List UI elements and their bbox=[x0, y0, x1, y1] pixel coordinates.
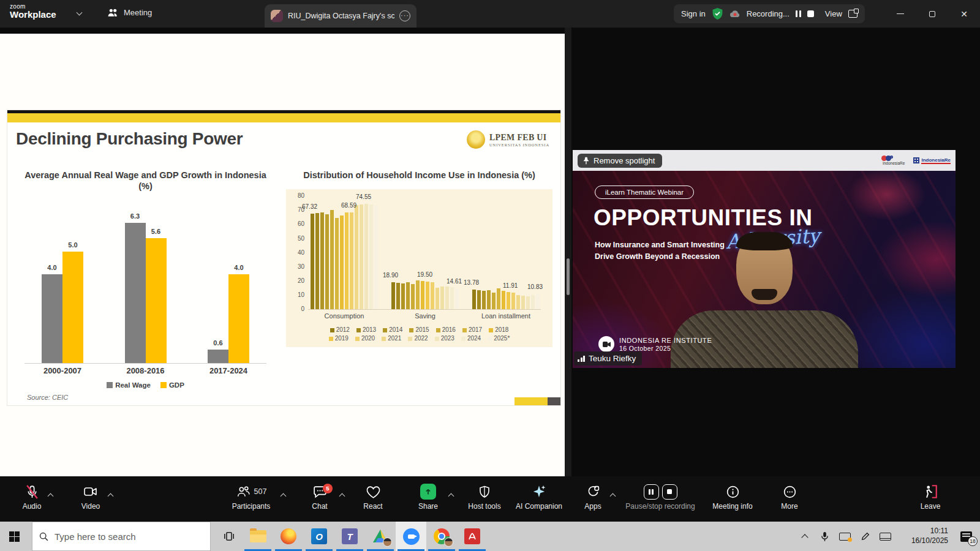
pause-recording-button[interactable] bbox=[796, 10, 801, 17]
tray-touchpad-icon[interactable] bbox=[875, 522, 895, 551]
taskbar-teams[interactable]: T bbox=[334, 522, 365, 551]
bar-real-wage: 4.0 bbox=[42, 274, 62, 364]
start-button[interactable] bbox=[0, 522, 28, 551]
legend-item: 2016 bbox=[436, 326, 456, 333]
bar-2023 bbox=[364, 204, 368, 309]
y-axis-tick: 0 bbox=[292, 305, 304, 312]
toolbar-leave-button[interactable]: Leave bbox=[909, 482, 952, 511]
household-income-chart: Distribution of Household Income Use in … bbox=[286, 170, 552, 347]
minimize-button[interactable] bbox=[884, 0, 916, 28]
windows-logo-icon bbox=[9, 531, 20, 542]
toolbar-chat-button[interactable]: 5 Chat bbox=[294, 482, 345, 511]
tab-options-icon[interactable]: ··· bbox=[399, 10, 410, 21]
chat-options-chevron-icon[interactable] bbox=[340, 490, 344, 501]
zoom-icon bbox=[403, 528, 420, 545]
view-layout-icon[interactable] bbox=[848, 10, 858, 18]
bar-value-label: 5.6 bbox=[151, 228, 160, 235]
pause-recording-button[interactable] bbox=[644, 484, 659, 500]
bar-group: 0.64.0 bbox=[208, 274, 249, 364]
toolbar-more-button[interactable]: More bbox=[766, 482, 813, 511]
heart-icon bbox=[366, 484, 381, 500]
remove-spotlight-label: Remove spotlight bbox=[594, 156, 655, 165]
task-view-button[interactable] bbox=[216, 522, 243, 551]
avatar bbox=[271, 10, 283, 22]
participants-options-chevron-icon[interactable] bbox=[281, 490, 285, 501]
taskbar-outlook[interactable]: O bbox=[304, 522, 334, 551]
maximize-button[interactable] bbox=[916, 0, 948, 28]
tab-meeting[interactable]: Meeting bbox=[107, 7, 152, 18]
tray-microphone-icon[interactable] bbox=[815, 522, 835, 551]
taskbar-zoom[interactable] bbox=[396, 522, 426, 551]
resize-handle[interactable] bbox=[567, 258, 570, 295]
toolbar-participants-button[interactable]: 507 Participants bbox=[216, 482, 287, 511]
ai-sparkle-icon bbox=[531, 484, 547, 500]
legend-item: 2022 bbox=[408, 335, 428, 342]
toolbar-react-button[interactable]: React bbox=[350, 482, 396, 511]
chat-unread-badge: 5 bbox=[323, 484, 333, 493]
bar-2016 bbox=[330, 210, 334, 309]
video-camera-icon bbox=[598, 336, 614, 352]
indonesia-re-institute-label: IndonesiaRe bbox=[921, 157, 951, 164]
bar-value-label: 18.90 bbox=[383, 272, 398, 279]
toolbar-video-button[interactable]: Video bbox=[67, 482, 114, 511]
notification-center-button[interactable]: 18 bbox=[952, 522, 980, 551]
participants-icon bbox=[236, 484, 251, 500]
tray-expand-chevron-icon[interactable] bbox=[794, 522, 815, 551]
share-options-chevron-icon[interactable] bbox=[449, 490, 453, 501]
sign-in-button[interactable]: Sign in bbox=[681, 9, 706, 18]
view-button[interactable]: View bbox=[825, 9, 842, 18]
bar-real-wage: 0.6 bbox=[208, 350, 228, 363]
y-axis-tick: 80 bbox=[292, 192, 304, 199]
remove-spotlight-button[interactable]: Remove spotlight bbox=[578, 154, 662, 168]
x-category-label: Saving bbox=[391, 312, 459, 320]
taskbar-acrobat[interactable] bbox=[457, 522, 488, 551]
teams-icon: T bbox=[342, 528, 358, 544]
toolbar-meeting-info-button[interactable]: Meeting info bbox=[703, 482, 762, 511]
bar-2025* bbox=[374, 205, 378, 309]
brand-workplace: Workplace bbox=[10, 9, 56, 20]
bar-2012 bbox=[472, 290, 476, 309]
toolbar-host-tools-button[interactable]: Host tools bbox=[458, 482, 511, 511]
speaker-hair bbox=[736, 232, 793, 250]
bar-2019 bbox=[507, 292, 510, 309]
webinar-date: 16 October 2025 bbox=[619, 345, 712, 352]
stop-recording-button[interactable] bbox=[807, 10, 814, 17]
tray-pen-icon[interactable] bbox=[855, 522, 875, 551]
lpem-feb-ui-logo: LPEM FEB UI UNIVERSITAS INDONESIA bbox=[467, 130, 549, 149]
audio-options-chevron-icon[interactable] bbox=[48, 490, 53, 501]
participant-nametag: Teuku Riefky bbox=[574, 351, 642, 365]
toolbar-recording-controls[interactable]: Pause/stop recording bbox=[612, 482, 708, 511]
legend-item: 2024 bbox=[461, 335, 481, 342]
bar-2020 bbox=[350, 212, 353, 310]
more-ellipsis-icon bbox=[782, 484, 797, 500]
leave-door-icon bbox=[922, 484, 938, 500]
bar-2019 bbox=[345, 212, 349, 309]
tab-shared-screen[interactable]: RIU_Dwigita Octasya Fajry's scree ··· bbox=[265, 4, 417, 28]
toolbar-ai-companion-button[interactable]: AI Companion bbox=[506, 482, 572, 511]
taskbar-clock[interactable]: 10:11 16/10/2025 bbox=[895, 527, 952, 545]
security-shield-icon[interactable] bbox=[712, 7, 723, 20]
stop-recording-button[interactable] bbox=[662, 484, 677, 500]
toolbar-share-button[interactable]: Share bbox=[402, 482, 454, 511]
share-screen-icon bbox=[420, 484, 436, 500]
workspace-dropdown-chevron-icon[interactable] bbox=[77, 10, 83, 16]
toolbar-audio-button[interactable]: Audio bbox=[10, 482, 54, 511]
microphone-muted-icon bbox=[24, 484, 40, 500]
taskbar-apps: O T bbox=[243, 522, 488, 551]
bar-2025* bbox=[536, 294, 540, 309]
shield-icon bbox=[477, 484, 492, 500]
taskbar-file-explorer[interactable] bbox=[243, 522, 273, 551]
taskbar-chrome[interactable] bbox=[426, 522, 457, 551]
taskbar-google-drive[interactable] bbox=[365, 522, 396, 551]
bar-2023 bbox=[526, 296, 530, 309]
taskbar-firefox[interactable] bbox=[273, 522, 304, 551]
video-options-chevron-icon[interactable] bbox=[108, 490, 113, 501]
bar-value-label: 10.83 bbox=[527, 283, 543, 290]
tray-display-icon[interactable] bbox=[835, 522, 855, 551]
bar-value-label: 0.6 bbox=[213, 339, 222, 347]
search-input[interactable] bbox=[55, 531, 195, 542]
close-button[interactable]: ✕ bbox=[948, 0, 980, 28]
bar-value-label: 6.3 bbox=[130, 212, 140, 220]
toolbar-apps-button[interactable]: Apps bbox=[570, 482, 616, 511]
taskbar-search[interactable] bbox=[32, 522, 211, 551]
